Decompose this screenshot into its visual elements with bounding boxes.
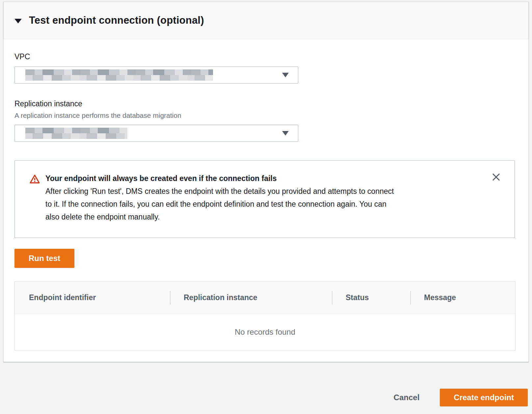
column-header-message[interactable]: Message bbox=[410, 282, 515, 314]
panel-title: Test endpoint connection (optional) bbox=[29, 14, 204, 26]
warning-body-line: to it. If the connection fails, you can … bbox=[45, 198, 394, 211]
panel-header[interactable]: Test endpoint connection (optional) bbox=[4, 2, 528, 39]
cancel-button[interactable]: Cancel bbox=[384, 389, 430, 406]
column-header-replication-instance[interactable]: Replication instance bbox=[170, 282, 332, 314]
warning-triangle-icon bbox=[30, 174, 40, 224]
wizard-footer: Cancel Create endpoint bbox=[0, 362, 532, 414]
collapse-triangle-icon bbox=[14, 19, 22, 23]
warning-body-line: After clicking 'Run test', DMS creates t… bbox=[45, 185, 394, 198]
replication-instance-description: A replication instance performs the data… bbox=[14, 112, 518, 119]
replication-instance-redacted-value bbox=[25, 128, 127, 139]
table-header-row: Endpoint identifier Replication instance… bbox=[15, 282, 515, 314]
warning-content: Your endpoint will always be created eve… bbox=[45, 172, 394, 224]
run-test-button[interactable]: Run test bbox=[14, 249, 74, 268]
test-results-table: Endpoint identifier Replication instance… bbox=[14, 281, 516, 350]
chevron-down-icon bbox=[282, 131, 289, 136]
warning-alert: Your endpoint will always be created eve… bbox=[14, 160, 515, 238]
chevron-down-icon bbox=[282, 73, 289, 77]
close-icon[interactable] bbox=[489, 170, 503, 184]
column-header-status[interactable]: Status bbox=[332, 282, 410, 314]
warning-body-line: also delete the endpoint manually. bbox=[45, 211, 394, 223]
replication-instance-select[interactable] bbox=[14, 125, 298, 142]
test-endpoint-connection-panel: Test endpoint connection (optional) VPC … bbox=[3, 2, 529, 362]
create-endpoint-button[interactable]: Create endpoint bbox=[440, 389, 528, 406]
panel-body: VPC Replication instance A replication i… bbox=[4, 39, 528, 350]
column-header-endpoint-identifier[interactable]: Endpoint identifier bbox=[15, 282, 170, 314]
empty-table-message: No records found bbox=[15, 314, 515, 350]
vpc-redacted-value bbox=[25, 69, 213, 81]
vpc-label: VPC bbox=[14, 39, 518, 61]
warning-title: Your endpoint will always be created eve… bbox=[45, 172, 394, 185]
vpc-select[interactable] bbox=[14, 66, 298, 84]
replication-instance-label: Replication instance bbox=[14, 84, 518, 108]
